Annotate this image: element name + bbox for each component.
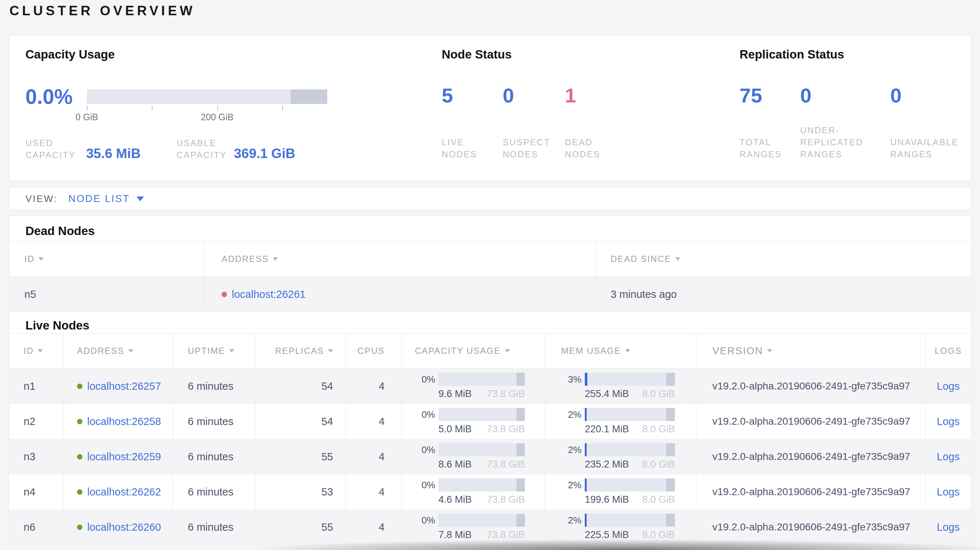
- node-address-link[interactable]: localhost:26258: [87, 416, 161, 428]
- capacity-usage-title: Capacity Usage: [25, 47, 115, 62]
- node-address-link[interactable]: localhost:26257: [87, 380, 161, 392]
- axis-tick: [282, 105, 283, 110]
- capacity-usage-cell: 0% 8.6 MiB 73.8 GiB: [402, 439, 545, 474]
- column-header-address[interactable]: ADDRESS: [64, 334, 173, 368]
- capacity-usage-bar: [438, 373, 525, 386]
- view-selector-dropdown[interactable]: NODE LIST: [68, 193, 144, 205]
- column-header-dead-since[interactable]: DEAD SINCE: [595, 241, 971, 277]
- dead-nodes-header-row: ID ADDRESS DEAD SINCE: [9, 241, 971, 277]
- sort-arrow-icon: [273, 257, 278, 261]
- node-address-cell: localhost:26258: [64, 404, 173, 439]
- under-replicated-count: 0: [800, 83, 890, 109]
- uptime-cell: 6 minutes: [173, 510, 255, 545]
- column-header-id[interactable]: ID: [9, 334, 64, 368]
- column-header-cpus[interactable]: CPUS: [346, 334, 402, 368]
- capacity-percent: 0%: [415, 515, 435, 526]
- node-address-link[interactable]: localhost:26259: [87, 451, 161, 463]
- node-address-cell: localhost:26259: [64, 439, 173, 474]
- live-nodes-count: 5: [442, 83, 503, 109]
- mem-usage-bar: [585, 513, 675, 527]
- logs-link[interactable]: Logs: [937, 380, 960, 392]
- mem-percent: 2%: [561, 480, 582, 491]
- node-id-cell: n1: [9, 369, 64, 404]
- live-nodes-header-row: ID ADDRESS UPTIME REPLICAS CPUS CAPACITY…: [9, 333, 971, 369]
- capacity-usage-cell: 0% 4.6 MiB 73.8 GiB: [402, 474, 545, 509]
- bar-fill-segment: [585, 513, 587, 527]
- mem-usage-bar: [585, 373, 675, 386]
- dead-nodes-label: DEAD NODES: [565, 136, 600, 160]
- capacity-percent: 0%: [415, 409, 435, 420]
- cluster-overview-page: CLUSTER OVERVIEW Capacity Usage 0.0% 0 G…: [0, 0, 980, 550]
- version-cell: v19.2.0-alpha.20190606-2491-gfe735c9a97: [696, 474, 926, 509]
- column-header-version[interactable]: VERSION: [696, 334, 926, 368]
- unavailable-count: 0: [890, 83, 902, 109]
- replication-status-title: Replication Status: [740, 47, 844, 62]
- logs-cell: Logs: [926, 404, 971, 439]
- logs-link[interactable]: Logs: [937, 486, 960, 498]
- bar-fill-segment: [585, 478, 587, 491]
- capacity-total-value: 73.8 GiB: [487, 388, 525, 400]
- usable-capacity-label: USABLE CAPACITY: [177, 137, 234, 161]
- column-header-label: LOGS: [935, 346, 962, 356]
- mem-usage-cell: 2% 220.1 MiB 8.0 GiB: [545, 404, 696, 439]
- column-header-label: REPLICAS: [275, 346, 324, 356]
- sort-arrow-icon: [505, 349, 510, 353]
- capacity-stats: USED CAPACITY 35.6 MiB USABLE CAPACITY 3…: [25, 137, 295, 161]
- column-header-replicas[interactable]: REPLICAS: [255, 334, 346, 368]
- bar-dark-segment: [666, 443, 675, 456]
- capacity-percent: 0%: [415, 374, 435, 385]
- column-header-mem-usage[interactable]: MEM USAGE: [545, 334, 696, 368]
- mem-usage-bar: [585, 478, 675, 491]
- mem-used-value: 255.4 MiB: [585, 388, 629, 400]
- capacity-used-value: 9.6 MiB: [438, 388, 472, 400]
- mem-used-value: 220.1 MiB: [585, 424, 629, 435]
- bar-fill-segment: [585, 443, 587, 456]
- view-bar: VIEW: NODE LIST: [9, 188, 971, 210]
- mem-usage-cell: 3% 255.4 MiB 8.0 GiB: [545, 369, 696, 404]
- mem-used-value: 199.6 MiB: [585, 494, 629, 505]
- column-header-label: UPTIME: [188, 346, 225, 356]
- column-header-label: ADDRESS: [221, 254, 269, 264]
- axis-tick-label: 0 GiB: [76, 112, 99, 122]
- replication-status-section: Replication Status 75 0 0 TOTAL RANGES U…: [740, 36, 965, 181]
- logs-link[interactable]: Logs: [937, 521, 960, 533]
- sort-arrow-icon: [229, 349, 234, 353]
- axis-tick: [217, 105, 218, 110]
- logs-link[interactable]: Logs: [937, 451, 960, 463]
- column-header-address[interactable]: ADDRESS: [204, 241, 595, 277]
- column-header-label: MEM USAGE: [561, 346, 621, 356]
- node-address-cell: localhost:26261: [204, 277, 595, 312]
- column-header-label: ID: [24, 346, 34, 356]
- capacity-usage-chart: 0.0% 0 GiB 200 GiB: [25, 84, 327, 109]
- node-address-link[interactable]: localhost:26262: [87, 486, 161, 498]
- column-header-capacity-usage[interactable]: CAPACITY USAGE: [402, 334, 545, 368]
- live-status-dot-icon: [77, 490, 83, 495]
- under-replicated-label: UNDER- REPLICATED RANGES: [800, 124, 890, 160]
- view-label: VIEW:: [25, 193, 57, 205]
- logs-link[interactable]: Logs: [937, 416, 960, 428]
- mem-usage-cell: 2% 235.2 MiB 8.0 GiB: [545, 439, 696, 474]
- column-header-id[interactable]: ID: [9, 241, 204, 277]
- live-status-dot-icon: [77, 419, 83, 424]
- node-address-link[interactable]: localhost:26260: [87, 521, 161, 533]
- capacity-percent: 0%: [415, 444, 435, 456]
- version-cell: v19.2.0-alpha.20190606-2491-gfe735c9a97: [696, 404, 926, 439]
- uptime-cell: 6 minutes: [173, 439, 255, 474]
- node-address-link[interactable]: localhost:26261: [232, 288, 305, 300]
- node-id-cell: n6: [9, 510, 64, 545]
- node-address-cell: localhost:26257: [64, 369, 173, 404]
- mem-percent: 2%: [561, 409, 582, 420]
- version-cell: v19.2.0-alpha.20190606-2491-gfe735c9a97: [696, 439, 926, 474]
- sort-arrow-icon: [328, 349, 333, 353]
- bar-dark-segment: [517, 373, 525, 386]
- column-header-uptime[interactable]: UPTIME: [173, 334, 255, 368]
- mem-total-value: 8.0 GiB: [642, 459, 675, 470]
- replicas-cell: 54: [255, 369, 346, 404]
- bar-fill-segment: [585, 373, 587, 386]
- capacity-used-value: 4.6 MiB: [438, 494, 472, 505]
- logs-cell: Logs: [926, 369, 971, 404]
- mem-usage-bar: [585, 443, 675, 456]
- dead-since-cell: 3 minutes ago: [595, 277, 971, 312]
- dead-nodes-count: 1: [565, 83, 576, 109]
- replication-labels: TOTAL RANGES UNDER- REPLICATED RANGES UN…: [740, 124, 959, 160]
